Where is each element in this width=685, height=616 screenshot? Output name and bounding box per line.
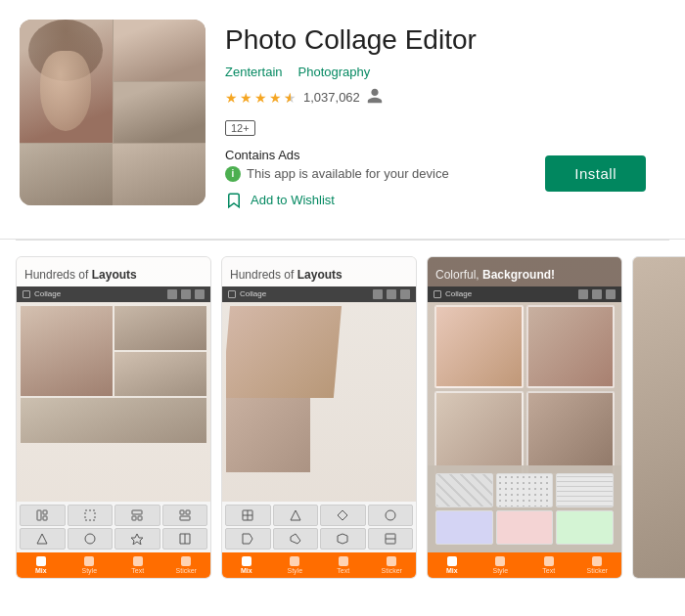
app-header-section: Photo Collage Editor Zentertain Photogra…: [0, 0, 685, 240]
ss2-icon-shuffle: [373, 289, 383, 299]
ss-menu-icon: [23, 290, 30, 298]
category-link[interactable]: Photography: [298, 65, 371, 79]
svg-rect-7: [180, 510, 184, 514]
star-4: ★: [269, 91, 283, 105]
svg-marker-20: [338, 534, 347, 544]
svg-rect-2: [43, 516, 47, 520]
ss2-toolbar: Collage: [222, 286, 416, 302]
ss2-tab-sticker: Sticker: [368, 552, 417, 578]
svg-point-11: [85, 534, 95, 544]
ss3-tab-mix-label: Mix: [446, 567, 458, 574]
svg-marker-12: [131, 534, 143, 545]
ss2-tab-mix-label: Mix: [241, 567, 252, 574]
ss2-tab-sticker-icon: [387, 556, 396, 566]
ss1-layout-icon-3: [114, 505, 160, 526]
ss3-pattern-2: [496, 473, 554, 507]
ss1-title-plain: Hundreds of: [24, 268, 92, 282]
rating-row: ★ ★ ★ ★ ★★ 1,037,062: [225, 87, 665, 109]
ss1-tab-style-icon: [84, 556, 94, 566]
ss3-tab-sticker-label: Sticker: [587, 567, 608, 574]
ss1-tab-mix-label: Mix: [35, 567, 47, 574]
ss1-collage-grid: [21, 306, 206, 443]
ss2-toolbar-icons: [373, 289, 410, 299]
ss1-title-area: Hundreds of Layouts: [17, 257, 210, 286]
ss3-cell-4: [526, 391, 616, 475]
ss2-layout-icon-2: [273, 505, 319, 526]
ss1-tab-sticker-icon: [181, 556, 191, 566]
header-inner: Photo Collage Editor Zentertain Photogra…: [20, 20, 665, 219]
ss2-tab-style-icon: [290, 556, 299, 566]
svg-rect-18: [386, 510, 395, 520]
ss2-tab-mix: Mix: [222, 552, 271, 578]
ss3-collage-label: Collage: [445, 289, 574, 298]
wishlist-label[interactable]: Add to Wishlist: [251, 193, 335, 207]
ss3-tab-text: Text: [525, 552, 573, 578]
ss2-diagonal-collage: [226, 306, 412, 472]
ss2-title-plain: Hundreds of: [230, 268, 297, 282]
ss1-tab-sticker: Sticker: [162, 552, 211, 578]
wishlist-icon: [225, 192, 243, 209]
ss3-pattern-3: [556, 473, 614, 507]
ss2-diag-cell-1: [226, 306, 342, 398]
ss3-pattern-6: [556, 510, 614, 545]
svg-rect-4: [132, 510, 142, 514]
device-available-text: This app is available for your device: [247, 166, 449, 181]
ss3-icon-1: [578, 289, 588, 299]
star-1: ★: [225, 91, 239, 105]
ss3-nav-tabs: Mix Style Text Sticker: [428, 552, 621, 578]
ss1-layout-icon-2: [68, 505, 114, 526]
ss4-inner: [633, 257, 685, 578]
screenshots-section: Hundreds of Layouts Collage: [0, 241, 685, 594]
ss3-tab-text-icon: [544, 556, 554, 566]
app-icon-collage: [20, 20, 206, 205]
ss3-icon-2: [592, 289, 602, 299]
ss1-cell-3: [114, 352, 206, 396]
app-meta-row: Zentertain Photography: [225, 65, 665, 79]
screenshot-3: Colorful, Background! Collage: [427, 256, 622, 579]
ss2-layout-icon-5: [225, 528, 271, 550]
ss2-icons-row2: [222, 528, 416, 552]
developer-link[interactable]: Zentertain: [225, 65, 283, 79]
ss1-layout-icon-8: [162, 528, 208, 550]
ss2-title-area: Hundreds of Layouts: [222, 257, 416, 286]
ss-icon-save: [195, 289, 205, 299]
svg-rect-8: [186, 510, 190, 514]
install-button[interactable]: Install: [545, 155, 646, 192]
ss1-tab-style: Style: [66, 552, 114, 578]
ss3-tab-text-label: Text: [542, 567, 555, 574]
svg-marker-19: [291, 534, 300, 544]
icon-subcell-1: [20, 144, 113, 205]
screenshot-2: Hundreds of Layouts Collage: [221, 256, 417, 579]
info-icon: i: [225, 166, 241, 182]
ss3-title-plain: Colorful,: [435, 268, 482, 282]
ss1-tab-text: Text: [114, 552, 162, 578]
ss-icon-shuffle: [167, 289, 177, 299]
ss-icon-delete: [181, 289, 191, 299]
ss1-toolbar: Collage: [17, 286, 210, 302]
icon-subcell-2: [113, 144, 206, 205]
wishlist-row[interactable]: Add to Wishlist: [225, 192, 665, 209]
ss1-nav-tabs: Mix Style Text Sticker: [17, 552, 210, 578]
ss3-title-bold: Background!: [482, 268, 555, 282]
ss-collage-label: Collage: [34, 289, 163, 298]
svg-rect-9: [180, 516, 190, 520]
ss1-tab-text-icon: [133, 556, 143, 566]
ss1-layout-icon-4: [162, 505, 208, 526]
ss1-layout-icon-7: [114, 528, 160, 550]
icon-cell-1: [20, 20, 113, 143]
ss2-tab-style-label: Style: [287, 567, 302, 574]
ss1-tab-mix: Mix: [17, 552, 66, 578]
ss2-collage-label: Collage: [240, 289, 369, 298]
ss2-layout-icon-6: [273, 528, 319, 550]
screenshots-row: Hundreds of Layouts Collage: [16, 256, 685, 579]
ss-toolbar-icons: [167, 289, 205, 299]
ss1-title-bold: Layouts: [92, 268, 137, 282]
ss1-icons-area: Mix Style Text Sticker: [17, 502, 210, 578]
star-3: ★: [254, 91, 268, 105]
ss3-tab-style-icon: [495, 556, 505, 566]
user-icon: [366, 87, 384, 109]
ss3-tab-mix-icon: [447, 556, 457, 566]
ss1-cell-large: [21, 306, 113, 397]
ss3-patterns-grid: [432, 469, 617, 549]
ss3-tab-style: Style: [477, 552, 525, 578]
